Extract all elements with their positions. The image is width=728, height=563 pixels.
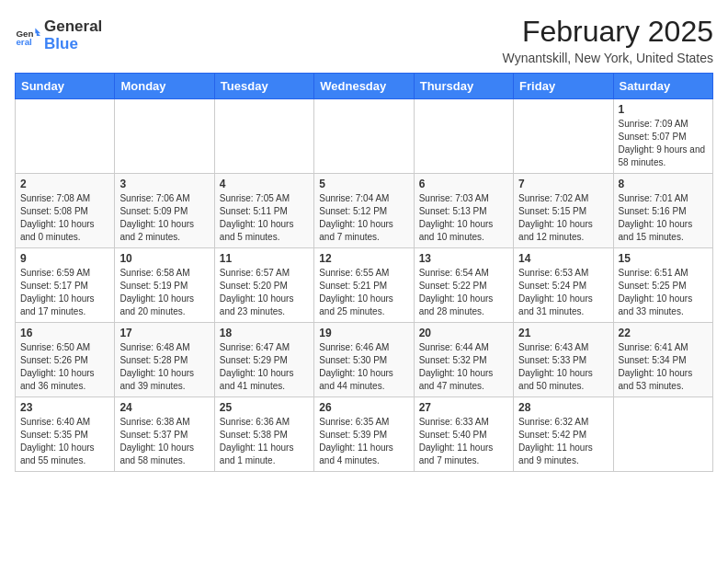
day-number: 20 bbox=[419, 327, 508, 339]
day-info: Sunrise: 6:47 AM Sunset: 5:29 PM Dayligh… bbox=[220, 341, 309, 393]
calendar-cell: 10Sunrise: 6:58 AM Sunset: 5:19 PM Dayli… bbox=[115, 248, 214, 323]
day-info: Sunrise: 7:08 AM Sunset: 5:08 PM Dayligh… bbox=[20, 192, 109, 244]
day-info: Sunrise: 7:05 AM Sunset: 5:11 PM Dayligh… bbox=[220, 192, 309, 244]
day-number: 28 bbox=[518, 401, 608, 414]
calendar-cell: 14Sunrise: 6:53 AM Sunset: 5:24 PM Dayli… bbox=[514, 248, 613, 323]
day-info: Sunrise: 6:57 AM Sunset: 5:20 PM Dayligh… bbox=[220, 267, 309, 318]
calendar-cell bbox=[214, 99, 313, 174]
day-info: Sunrise: 6:51 AM Sunset: 5:25 PM Dayligh… bbox=[619, 267, 708, 318]
day-number: 4 bbox=[220, 178, 309, 190]
day-number: 21 bbox=[518, 327, 608, 339]
day-number: 13 bbox=[419, 252, 508, 265]
day-number: 3 bbox=[119, 178, 209, 190]
day-number: 2 bbox=[20, 178, 109, 190]
calendar-cell: 17Sunrise: 6:48 AM Sunset: 5:28 PM Dayli… bbox=[115, 323, 214, 397]
day-number: 18 bbox=[220, 327, 309, 339]
day-info: Sunrise: 6:59 AM Sunset: 5:17 PM Dayligh… bbox=[20, 267, 109, 318]
day-info: Sunrise: 6:53 AM Sunset: 5:24 PM Dayligh… bbox=[518, 267, 608, 318]
day-info: Sunrise: 6:48 AM Sunset: 5:28 PM Dayligh… bbox=[119, 341, 209, 393]
calendar-cell: 24Sunrise: 6:38 AM Sunset: 5:37 PM Dayli… bbox=[115, 397, 214, 472]
calendar-cell bbox=[613, 397, 712, 472]
day-info: Sunrise: 7:01 AM Sunset: 5:16 PM Dayligh… bbox=[619, 192, 708, 244]
day-number: 27 bbox=[419, 401, 508, 414]
calendar-week-4: 16Sunrise: 6:50 AM Sunset: 5:26 PM Dayli… bbox=[16, 323, 713, 397]
day-number: 7 bbox=[518, 178, 608, 190]
day-info: Sunrise: 6:46 AM Sunset: 5:30 PM Dayligh… bbox=[319, 341, 408, 393]
day-number: 22 bbox=[619, 327, 708, 339]
day-info: Sunrise: 6:50 AM Sunset: 5:26 PM Dayligh… bbox=[20, 341, 109, 393]
day-number: 19 bbox=[319, 327, 408, 339]
weekday-header-sunday: Sunday bbox=[16, 74, 115, 99]
calendar-header-row: SundayMondayTuesdayWednesdayThursdayFrid… bbox=[16, 74, 713, 99]
calendar-cell: 12Sunrise: 6:55 AM Sunset: 5:21 PM Dayli… bbox=[314, 248, 414, 323]
calendar-cell: 27Sunrise: 6:33 AM Sunset: 5:40 PM Dayli… bbox=[414, 397, 513, 472]
day-info: Sunrise: 6:33 AM Sunset: 5:40 PM Dayligh… bbox=[419, 416, 508, 467]
calendar-cell: 16Sunrise: 6:50 AM Sunset: 5:26 PM Dayli… bbox=[16, 323, 115, 397]
calendar-cell: 9Sunrise: 6:59 AM Sunset: 5:17 PM Daylig… bbox=[16, 248, 115, 323]
day-info: Sunrise: 7:03 AM Sunset: 5:13 PM Dayligh… bbox=[419, 192, 508, 244]
weekday-header-tuesday: Tuesday bbox=[214, 74, 313, 99]
calendar-cell: 26Sunrise: 6:35 AM Sunset: 5:39 PM Dayli… bbox=[314, 397, 414, 472]
calendar-cell: 11Sunrise: 6:57 AM Sunset: 5:20 PM Dayli… bbox=[214, 248, 313, 323]
calendar-cell: 5Sunrise: 7:04 AM Sunset: 5:12 PM Daylig… bbox=[314, 174, 414, 248]
day-info: Sunrise: 7:06 AM Sunset: 5:09 PM Dayligh… bbox=[119, 192, 209, 244]
calendar-cell bbox=[414, 99, 513, 174]
day-info: Sunrise: 6:36 AM Sunset: 5:38 PM Dayligh… bbox=[220, 416, 309, 467]
calendar-cell bbox=[314, 99, 414, 174]
weekday-header-wednesday: Wednesday bbox=[314, 74, 414, 99]
calendar-cell: 8Sunrise: 7:01 AM Sunset: 5:16 PM Daylig… bbox=[613, 174, 712, 248]
day-info: Sunrise: 7:04 AM Sunset: 5:12 PM Dayligh… bbox=[319, 192, 408, 244]
logo-text-line1: General bbox=[44, 18, 102, 36]
calendar-cell: 22Sunrise: 6:41 AM Sunset: 5:34 PM Dayli… bbox=[613, 323, 712, 397]
calendar-cell: 3Sunrise: 7:06 AM Sunset: 5:09 PM Daylig… bbox=[115, 174, 214, 248]
calendar-cell: 7Sunrise: 7:02 AM Sunset: 5:15 PM Daylig… bbox=[514, 174, 613, 248]
calendar-cell: 21Sunrise: 6:43 AM Sunset: 5:33 PM Dayli… bbox=[514, 323, 613, 397]
calendar-cell bbox=[16, 99, 115, 174]
day-number: 9 bbox=[20, 252, 109, 265]
day-number: 8 bbox=[619, 178, 708, 190]
calendar-week-1: 1Sunrise: 7:09 AM Sunset: 5:07 PM Daylig… bbox=[16, 99, 713, 174]
day-number: 5 bbox=[319, 178, 408, 190]
calendar-cell: 4Sunrise: 7:05 AM Sunset: 5:11 PM Daylig… bbox=[214, 174, 313, 248]
title-block: February 2025 Wynantskill, New York, Uni… bbox=[503, 15, 713, 65]
day-number: 16 bbox=[20, 327, 109, 339]
logo-text-line2: Blue bbox=[44, 36, 102, 53]
day-info: Sunrise: 6:55 AM Sunset: 5:21 PM Dayligh… bbox=[319, 267, 408, 318]
calendar-cell: 25Sunrise: 6:36 AM Sunset: 5:38 PM Dayli… bbox=[214, 397, 313, 472]
calendar-cell: 28Sunrise: 6:32 AM Sunset: 5:42 PM Dayli… bbox=[514, 397, 613, 472]
day-info: Sunrise: 7:09 AM Sunset: 5:07 PM Dayligh… bbox=[619, 118, 708, 169]
day-number: 14 bbox=[518, 252, 608, 265]
day-number: 15 bbox=[619, 252, 708, 265]
calendar-week-3: 9Sunrise: 6:59 AM Sunset: 5:17 PM Daylig… bbox=[16, 248, 713, 323]
calendar-week-5: 23Sunrise: 6:40 AM Sunset: 5:35 PM Dayli… bbox=[16, 397, 713, 472]
calendar-cell: 23Sunrise: 6:40 AM Sunset: 5:35 PM Dayli… bbox=[16, 397, 115, 472]
day-number: 11 bbox=[220, 252, 309, 265]
day-number: 17 bbox=[119, 327, 209, 339]
calendar-cell bbox=[514, 99, 613, 174]
day-number: 12 bbox=[319, 252, 408, 265]
day-info: Sunrise: 6:44 AM Sunset: 5:32 PM Dayligh… bbox=[419, 341, 508, 393]
calendar-cell: 2Sunrise: 7:08 AM Sunset: 5:08 PM Daylig… bbox=[16, 174, 115, 248]
calendar-cell: 20Sunrise: 6:44 AM Sunset: 5:32 PM Dayli… bbox=[414, 323, 513, 397]
page-header: Gen eral General Blue February 2025 Wyna… bbox=[15, 15, 713, 65]
day-number: 6 bbox=[419, 178, 508, 190]
day-info: Sunrise: 6:38 AM Sunset: 5:37 PM Dayligh… bbox=[119, 416, 209, 467]
day-number: 25 bbox=[220, 401, 309, 414]
day-number: 26 bbox=[319, 401, 408, 414]
day-number: 10 bbox=[119, 252, 209, 265]
day-number: 23 bbox=[20, 401, 109, 414]
weekday-header-thursday: Thursday bbox=[414, 74, 513, 99]
day-info: Sunrise: 6:43 AM Sunset: 5:33 PM Dayligh… bbox=[518, 341, 608, 393]
calendar-body: 1Sunrise: 7:09 AM Sunset: 5:07 PM Daylig… bbox=[16, 99, 713, 472]
weekday-header-saturday: Saturday bbox=[613, 74, 712, 99]
calendar-cell: 1Sunrise: 7:09 AM Sunset: 5:07 PM Daylig… bbox=[613, 99, 712, 174]
month-year-title: February 2025 bbox=[503, 15, 713, 49]
calendar-cell: 6Sunrise: 7:03 AM Sunset: 5:13 PM Daylig… bbox=[414, 174, 513, 248]
day-number: 1 bbox=[619, 103, 708, 116]
day-number: 24 bbox=[119, 401, 209, 414]
location-subtitle: Wynantskill, New York, United States bbox=[503, 51, 713, 65]
day-info: Sunrise: 6:58 AM Sunset: 5:19 PM Dayligh… bbox=[119, 267, 209, 318]
calendar-cell bbox=[115, 99, 214, 174]
day-info: Sunrise: 6:54 AM Sunset: 5:22 PM Dayligh… bbox=[419, 267, 508, 318]
weekday-header-monday: Monday bbox=[115, 74, 214, 99]
